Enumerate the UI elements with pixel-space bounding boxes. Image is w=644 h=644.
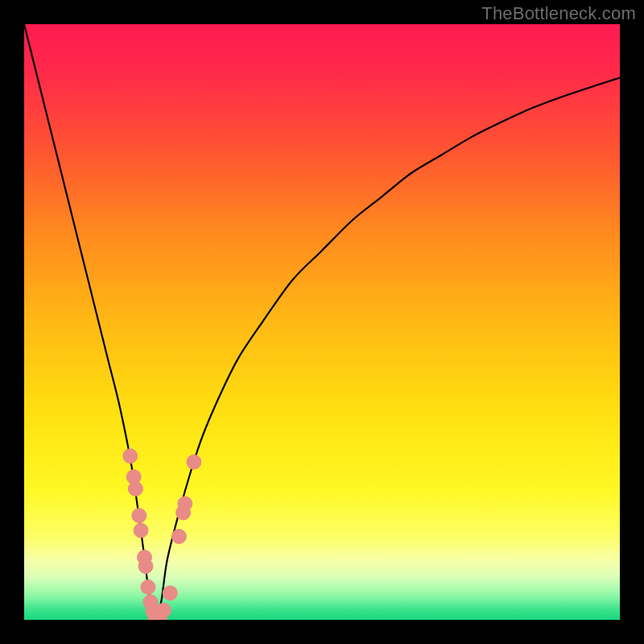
chart-svg — [24, 24, 620, 620]
marker-dot — [171, 529, 186, 543]
marker-dot — [128, 481, 142, 496]
marker-dot — [138, 559, 153, 573]
marker-dot — [134, 523, 148, 538]
watermark-text: TheBottleneck.com — [481, 3, 636, 24]
marker-dot — [141, 580, 155, 594]
gradient-background — [24, 24, 620, 620]
marker-dot — [156, 603, 171, 617]
marker-dot — [187, 455, 201, 469]
marker-dot — [132, 509, 147, 523]
marker-dot — [178, 497, 192, 511]
outer-frame: TheBottleneck.com — [0, 0, 644, 644]
plot-area — [24, 24, 620, 620]
marker-dot — [163, 586, 177, 601]
marker-dot — [123, 449, 138, 464]
